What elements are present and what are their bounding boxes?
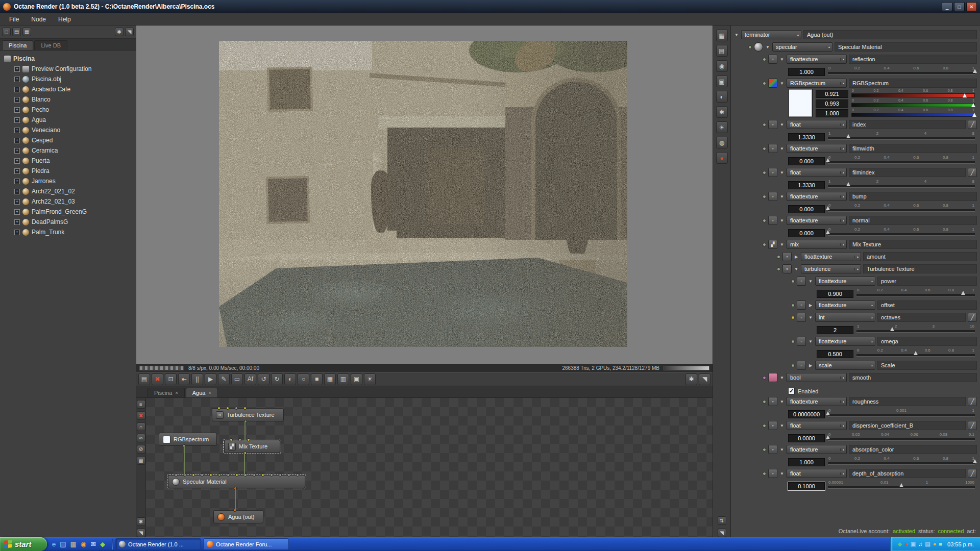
parameter-slider[interactable]: 00.20.40.60.81 [828, 203, 975, 213]
tray-alert-icon[interactable]: ● [904, 541, 908, 547]
quicklaunch-media-player-icon[interactable]: ◉ [81, 541, 86, 547]
pick-focus-icon[interactable]: ✎ [218, 373, 230, 385]
node-type-dropdown[interactable]: floattexture▲▼ [787, 216, 847, 225]
tree-expand-icon[interactable]: + [14, 219, 20, 225]
collapse-arrow-icon[interactable]: ▼ [765, 45, 770, 49]
slider-thumb[interactable] [899, 483, 903, 487]
node-type-dropdown[interactable]: int▲▼ [815, 313, 875, 322]
tree-item-ceramica[interactable]: +Ceramica [2, 145, 134, 156]
slider-thumb[interactable] [846, 182, 850, 186]
tree-expand-icon[interactable]: + [14, 117, 20, 123]
parameter-slider[interactable]: 00.0011 [828, 408, 975, 418]
input-pin[interactable] [227, 473, 230, 477]
menu-file[interactable]: File [3, 14, 25, 24]
quicklaunch-show-desktop-icon[interactable]: ▤ [60, 541, 66, 547]
taskbar-window-octane-render-1-0[interactable]: Octane Render (1.0 ... [115, 538, 201, 550]
slider-thumb[interactable] [971, 103, 975, 107]
collapse-arrow-icon[interactable]: ▼ [779, 170, 785, 175]
quicklaunch-ie-icon[interactable]: e [52, 541, 56, 547]
slider-thumb[interactable] [963, 93, 967, 97]
tab-close-icon[interactable]: × [208, 390, 211, 395]
input-pin[interactable] [218, 473, 221, 477]
value-input[interactable]: 0.000 [788, 157, 825, 165]
value-input[interactable]: 0.0000000 [788, 410, 825, 418]
close-button[interactable]: ✕ [966, 2, 977, 11]
node-type-dropdown[interactable]: floattexture▲▼ [815, 337, 875, 346]
tray-security-icon[interactable]: ◆ [898, 541, 902, 547]
curve-editor-icon[interactable]: ╱ [968, 168, 977, 177]
collapse-arrow-icon[interactable]: ▼ [779, 471, 785, 476]
slider-thumb[interactable] [973, 69, 977, 73]
fullscreen-render-icon[interactable]: ◥ [699, 373, 710, 385]
input-pin[interactable] [247, 438, 250, 441]
value-input[interactable]: 1.3330 [788, 181, 825, 189]
tree-expand-icon[interactable]: + [14, 199, 20, 205]
tree-item-blanco[interactable]: +Blanco [2, 94, 134, 105]
ne-link-icon[interactable]: ∞ [137, 434, 145, 442]
slider-thumb[interactable] [826, 230, 830, 234]
ne-settings-icon[interactable]: ✱ [137, 517, 145, 526]
parameter-slider[interactable]: 00.20.40.60.81 [828, 155, 975, 165]
slider-thumb[interactable] [914, 351, 918, 355]
parameter-slider[interactable]: 00.20.40.60.81 [856, 288, 975, 298]
tree-expand-icon[interactable]: + [14, 66, 20, 72]
checkbox[interactable]: ✓ [788, 388, 795, 394]
tree-item-veneciano[interactable]: +Veneciano [2, 125, 134, 135]
node-type-dropdown[interactable]: scale▲▼ [815, 361, 875, 370]
collapse-arrow-icon[interactable]: ▼ [779, 194, 785, 199]
tree-expand-icon[interactable]: + [14, 209, 20, 215]
curve-editor-icon[interactable]: ╱ [968, 397, 977, 406]
input-pin[interactable] [192, 473, 195, 477]
node-type-dropdown[interactable]: floattexture▲▼ [815, 300, 875, 310]
node-type-dropdown[interactable]: bool▲▼ [787, 373, 847, 382]
parameter-slider[interactable]: 00.20.40.60.81 [856, 348, 975, 358]
palette-mesh-icon[interactable]: ▦ [716, 30, 728, 41]
tray-gpu-icon[interactable]: ■ [939, 541, 942, 547]
palette-resize-icon[interactable]: ◥ [718, 529, 726, 537]
redo-camera-icon[interactable]: ↻ [271, 373, 283, 385]
input-pin[interactable] [235, 407, 238, 410]
palette-kernel-icon[interactable]: ✱ [716, 106, 728, 118]
subsample-grid-icon[interactable]: ▥ [337, 373, 349, 385]
node-type-dropdown[interactable]: RGBspectrum▲▼ [787, 79, 847, 88]
restart-sampling-icon[interactable]: ⇤ [178, 373, 190, 385]
node-type-dropdown[interactable]: float▲▼ [787, 421, 847, 430]
color-swatch[interactable] [788, 89, 813, 117]
collapse-arrow-icon[interactable]: ▼ [808, 339, 813, 344]
outliner-tab-piscina[interactable]: Piscina [2, 40, 33, 50]
fit-viewport-icon[interactable]: ⊡ [165, 373, 177, 385]
input-pin[interactable] [253, 473, 256, 477]
tree-item-puerta[interactable]: +Puerta [2, 156, 134, 166]
input-pin[interactable] [209, 473, 212, 477]
ne-magnet-icon[interactable]: ∩ [137, 422, 145, 431]
tray-update-icon[interactable]: ● [933, 541, 937, 547]
parameter-slider[interactable]: 1248 [828, 179, 975, 189]
value-input[interactable]: 0.000 [788, 205, 825, 213]
slider-thumb[interactable] [972, 113, 976, 117]
expand-arrow-icon[interactable]: ▶ [808, 363, 813, 368]
collapse-arrow-icon[interactable]: ▼ [779, 218, 785, 223]
title-bar[interactable]: Octane Render (1.0 beta 2.52) - C:\Octan… [0, 0, 980, 13]
input-pin[interactable] [279, 473, 282, 477]
white-balance-icon[interactable]: ◐ [284, 373, 296, 385]
node-type-dropdown[interactable]: floattexture▲▼ [787, 445, 847, 454]
tree-expand-icon[interactable]: + [14, 148, 20, 154]
input-pin[interactable] [243, 407, 247, 410]
tree-expand-icon[interactable]: + [14, 138, 20, 143]
palette-collapse-icon[interactable]: ⇅ [718, 516, 726, 525]
graph-node-mix-texture[interactable]: ▞Mix Texture [224, 440, 280, 453]
node-graph-canvas[interactable]: ≈Turbulence TextureRGBspectrum▞Mix Textu… [146, 398, 713, 537]
collapse-arrow-icon[interactable]: ▼ [779, 375, 785, 380]
quicklaunch-messenger-icon[interactable]: ◆ [100, 541, 105, 547]
tree-item-palmfrond-greeng[interactable]: +PalmFrond_GreenG [2, 207, 134, 217]
collapse-arrow-icon[interactable]: ▼ [734, 33, 739, 37]
value-input[interactable]: 0.500 [817, 350, 853, 358]
slider-thumb[interactable] [826, 158, 830, 162]
exposure-icon[interactable]: ○ [298, 373, 309, 385]
slider-thumb[interactable] [961, 291, 965, 295]
collapse-arrow-icon[interactable]: ▼ [779, 423, 785, 428]
input-pin[interactable] [261, 473, 264, 477]
curve-editor-icon[interactable]: ╱ [968, 421, 977, 430]
film-settings-icon[interactable]: ■ [311, 373, 323, 385]
ne-unlink-icon[interactable]: ⊘ [137, 445, 145, 454]
